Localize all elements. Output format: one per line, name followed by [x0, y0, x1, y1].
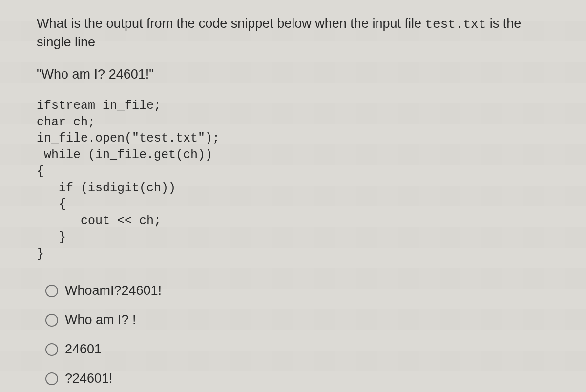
question-stem: What is the output from the code snippet… [37, 15, 549, 52]
radio-icon[interactable] [45, 343, 58, 356]
answer-options: WhoamI?24601! Who am I? ! 24601 ?24601! [37, 282, 549, 388]
option-1[interactable]: WhoamI?24601! [45, 282, 549, 300]
option-label: WhoamI?24601! [65, 282, 162, 300]
stem-filename: test.txt [425, 17, 486, 32]
stem-text-1: What is the output from the code snippet… [37, 16, 425, 31]
radio-icon[interactable] [45, 314, 58, 327]
option-3[interactable]: 24601 [45, 340, 549, 359]
radio-icon[interactable] [45, 285, 58, 297]
code-snippet: ifstream in_file; char ch; in_file.open(… [37, 98, 549, 263]
option-2[interactable]: Who am I? ! [45, 311, 549, 330]
option-label: 24601 [65, 340, 102, 359]
option-label: ?24601! [65, 370, 113, 388]
radio-icon[interactable] [45, 372, 58, 385]
input-file-content: "Who am I? 24601!" [37, 65, 549, 84]
option-label: Who am I? ! [65, 311, 136, 330]
option-4[interactable]: ?24601! [45, 370, 549, 388]
